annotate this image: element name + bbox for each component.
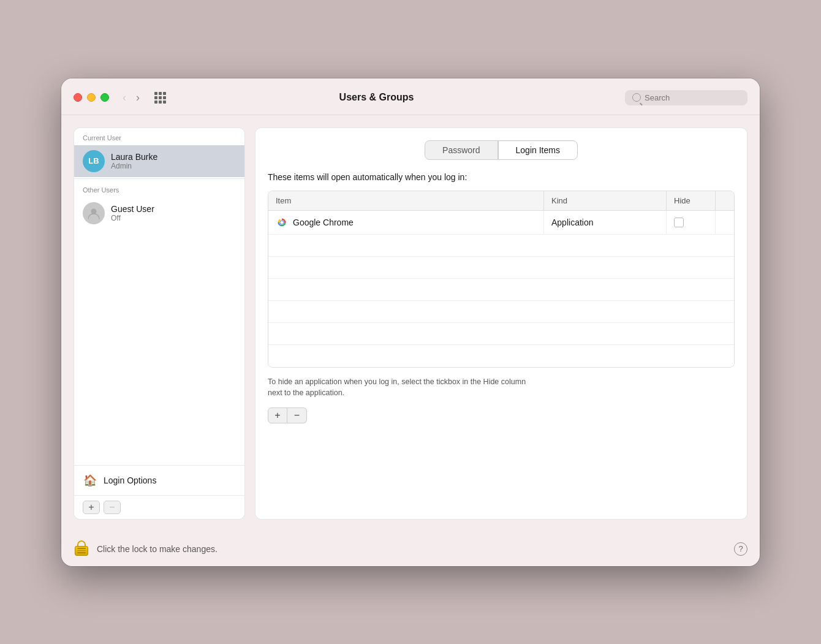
items-table-container: Item Kind Hide [268, 191, 735, 368]
table-row-empty [268, 235, 734, 257]
login-options-label: Login Options [104, 475, 156, 485]
chrome-icon [276, 216, 288, 229]
user-info-laura: Laura Burke Admin [111, 152, 157, 170]
user-name-guest: Guest User [111, 204, 154, 214]
window-title: Users & Groups [128, 92, 625, 103]
sidebar-item-laura-burke[interactable]: LB Laura Burke Admin [74, 145, 244, 177]
remove-item-button[interactable]: − [287, 407, 307, 423]
search-icon [632, 93, 641, 102]
tab-bar: Password Login Items [268, 140, 735, 160]
col-item: Item [268, 191, 544, 210]
bottom-bar: Click the lock to make changes. ? [61, 532, 760, 566]
main-window: ‹ › Users & Groups Current Us [61, 78, 760, 566]
lock-line [77, 550, 86, 551]
help-button[interactable]: ? [734, 542, 747, 556]
add-item-button[interactable]: + [268, 407, 287, 423]
sidebar-spacer [74, 229, 244, 465]
sidebar: Current User LB Laura Burke Admin Other … [74, 127, 245, 520]
avatar-guest [83, 202, 105, 224]
remove-user-button[interactable]: − [104, 501, 121, 514]
table-row-empty [268, 279, 734, 301]
house-icon: 🏠 [83, 473, 97, 488]
table-row-empty [268, 323, 734, 345]
cell-kind: Application [544, 211, 667, 234]
col-kind: Kind [544, 191, 667, 210]
lock-icon[interactable] [74, 540, 89, 558]
user-name-laura: Laura Burke [111, 152, 157, 162]
table-header: Item Kind Hide [268, 191, 734, 211]
lock-status-text: Click the lock to make changes. [97, 544, 727, 554]
cell-item-name: Google Chrome [268, 211, 544, 234]
description-text: These items will open automatically when… [268, 172, 735, 182]
close-button[interactable] [74, 93, 82, 102]
main-panel: Password Login Items These items will op… [255, 127, 747, 520]
add-user-button[interactable]: + [83, 501, 100, 514]
user-role-guest: Off [111, 214, 154, 222]
table-row-empty [268, 257, 734, 279]
sidebar-item-guest[interactable]: Guest User Off [74, 197, 244, 229]
lock-line [77, 548, 86, 549]
minimize-button[interactable] [87, 93, 96, 102]
svg-point-4 [281, 221, 284, 224]
user-info-guest: Guest User Off [111, 204, 154, 222]
maximize-button[interactable] [100, 93, 109, 102]
col-hide: Hide [667, 191, 716, 210]
cell-hide[interactable] [667, 211, 716, 234]
item-name: Google Chrome [293, 218, 354, 227]
table-body: Google Chrome Application [268, 211, 734, 367]
hide-checkbox[interactable] [674, 218, 684, 227]
hint-text: To hide an application when you log in, … [268, 376, 735, 400]
tab-password[interactable]: Password [425, 140, 498, 160]
table-row-empty [268, 345, 734, 367]
tab-login-items[interactable]: Login Items [498, 140, 578, 160]
lock-line [77, 552, 86, 553]
search-input[interactable] [645, 93, 740, 102]
lock-body [75, 546, 88, 556]
login-options-item[interactable]: 🏠 Login Options [74, 465, 244, 495]
cell-extra [716, 211, 734, 234]
table-row: Google Chrome Application [268, 211, 734, 235]
item-actions: + − [268, 407, 735, 423]
titlebar: ‹ › Users & Groups [61, 78, 760, 115]
sidebar-divider [74, 178, 244, 179]
user-role-laura: Admin [111, 162, 157, 170]
table-row-empty [268, 301, 734, 323]
avatar-lb: LB [83, 150, 105, 172]
current-user-label: Current User [74, 128, 244, 145]
search-bar[interactable] [625, 90, 747, 105]
col-extra [716, 191, 734, 210]
traffic-lights [74, 93, 109, 102]
svg-point-0 [91, 208, 97, 214]
other-users-label: Other Users [74, 180, 244, 197]
sidebar-actions: + − [74, 495, 244, 519]
content-area: Current User LB Laura Burke Admin Other … [61, 115, 760, 532]
